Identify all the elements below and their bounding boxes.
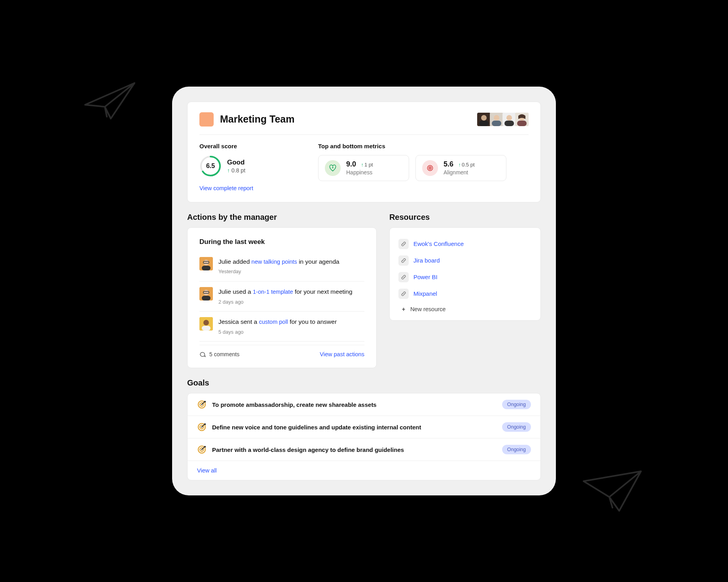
action-text-post: for your next meeting xyxy=(293,288,353,295)
metrics-label: Top and bottom metrics xyxy=(318,143,529,149)
svg-point-4 xyxy=(494,115,499,121)
target-icon xyxy=(422,160,438,176)
action-link[interactable]: custom poll xyxy=(259,319,288,325)
overall-score-label: Overall score xyxy=(199,143,302,149)
new-resource-button[interactable]: + New resource xyxy=(398,306,532,312)
action-text-pre: Julie used a xyxy=(218,288,253,295)
action-text-pre: Julie added xyxy=(218,258,252,265)
goal-target-icon xyxy=(197,400,207,409)
svg-rect-5 xyxy=(492,121,501,126)
link-icon xyxy=(398,289,409,299)
svg-rect-20 xyxy=(202,266,210,270)
avatar[interactable] xyxy=(502,113,516,126)
goal-row[interactable]: To promote ambassadorship, create new sh… xyxy=(188,393,540,416)
avatar[interactable] xyxy=(515,113,529,126)
goal-text: Define new voice and tone guidelines and… xyxy=(212,424,497,431)
score-delta-value: 0.8 pt xyxy=(231,167,245,174)
team-avatars[interactable] xyxy=(478,113,529,126)
score-ring: 6.5 xyxy=(199,155,222,177)
svg-point-7 xyxy=(506,115,512,121)
svg-rect-8 xyxy=(504,121,514,126)
svg-point-18 xyxy=(203,260,209,265)
svg-rect-2 xyxy=(479,121,489,126)
goals-title: Goals xyxy=(187,378,541,387)
link-icon xyxy=(398,255,409,266)
resource-link[interactable]: Power BI xyxy=(413,274,438,280)
paper-plane-icon xyxy=(582,467,645,515)
resource-item: Mixpanel xyxy=(398,285,532,302)
svg-point-1 xyxy=(481,115,487,121)
resource-link[interactable]: Mixpanel xyxy=(413,290,437,297)
status-badge: Ongoing xyxy=(502,400,531,409)
status-badge: Ongoing xyxy=(502,422,531,432)
link-icon xyxy=(398,272,409,282)
status-badge: Ongoing xyxy=(502,445,531,454)
action-text-pre: Jessica sent a xyxy=(218,318,259,325)
new-resource-label: New resource xyxy=(410,306,446,312)
score-value: 6.5 xyxy=(199,155,222,177)
actions-card: During the last week Julie added new tal… xyxy=(187,227,377,368)
resource-item: Ewok's Confluence xyxy=(398,236,532,252)
score-rating: Good xyxy=(227,159,245,166)
view-past-actions-link[interactable]: View past actions xyxy=(320,351,364,357)
metric-caption: Happiness xyxy=(346,169,373,176)
arrow-up-icon: ↑ xyxy=(227,167,230,174)
svg-rect-11 xyxy=(517,121,527,126)
action-time: 2 days ago xyxy=(218,298,353,306)
action-item: Julie used a 1-on-1 template for your ne… xyxy=(199,282,364,312)
resource-item: Jira board xyxy=(398,252,532,269)
arrow-up-icon: ↑ xyxy=(458,162,461,168)
comments-count[interactable]: 5 comments xyxy=(199,351,239,357)
team-color-swatch xyxy=(199,112,214,127)
metric-value: 9.0 xyxy=(346,160,356,168)
metric-card-happiness[interactable]: 9.0 ↑1 pt Happiness xyxy=(318,155,409,181)
comment-icon xyxy=(199,351,206,357)
svg-point-16 xyxy=(430,168,430,168)
view-all-goals-link[interactable]: View all xyxy=(188,461,540,480)
metric-card-alignment[interactable]: 5.6 ↑0.5 pt Alignment xyxy=(415,155,506,181)
avatar[interactable] xyxy=(199,257,213,270)
actions-range: During the last week xyxy=(199,238,364,246)
avatar[interactable] xyxy=(199,287,213,300)
action-item: Julie added new talking points in your a… xyxy=(199,251,364,282)
action-text-post: for you to answer xyxy=(288,318,337,325)
goal-text: To promote ambassadorship, create new sh… xyxy=(212,401,497,408)
goals-card: To promote ambassadorship, create new sh… xyxy=(187,393,541,480)
heart-plus-icon xyxy=(325,160,341,176)
action-time: Yesterday xyxy=(218,268,339,276)
actions-title: Actions by the manager xyxy=(187,213,377,222)
resources-card: Ewok's Confluence Jira board Power BI xyxy=(389,227,541,321)
overview-card: Marketing Team Overall score xyxy=(187,102,541,202)
avatar[interactable] xyxy=(477,113,491,126)
goal-row[interactable]: Define new voice and tone guidelines and… xyxy=(188,416,540,438)
resource-link[interactable]: Ewok's Confluence xyxy=(413,240,464,247)
resource-item: Power BI xyxy=(398,269,532,285)
goal-target-icon xyxy=(197,445,207,454)
view-report-link[interactable]: View complete report xyxy=(199,185,253,191)
avatar[interactable] xyxy=(199,317,213,331)
plus-icon: + xyxy=(400,306,407,312)
metric-value: 5.6 xyxy=(444,160,453,168)
resource-link[interactable]: Jira board xyxy=(413,257,440,264)
goal-text: Partner with a world-class design agency… xyxy=(212,446,497,453)
action-link[interactable]: 1-on-1 template xyxy=(253,289,293,295)
action-link[interactable]: new talking points xyxy=(252,259,297,265)
metric-caption: Alignment xyxy=(444,169,475,176)
action-item: Jessica sent a custom poll for you to an… xyxy=(199,312,364,342)
svg-rect-24 xyxy=(202,296,210,300)
goal-target-icon xyxy=(197,422,207,432)
paper-plane-icon xyxy=(83,79,138,123)
svg-point-22 xyxy=(203,290,209,295)
resources-title: Resources xyxy=(389,213,541,222)
action-text-post: in your agenda xyxy=(297,258,339,265)
score-delta: ↑ 0.8 pt xyxy=(227,167,245,174)
team-title: Marketing Team xyxy=(220,113,294,125)
metric-delta: 0.5 pt xyxy=(462,162,475,168)
avatar[interactable] xyxy=(490,113,503,126)
arrow-up-icon: ↑ xyxy=(361,162,364,168)
goal-row[interactable]: Partner with a world-class design agency… xyxy=(188,438,540,461)
tablet-frame: Marketing Team Overall score xyxy=(172,87,556,496)
metric-delta: 1 pt xyxy=(364,162,373,168)
svg-point-26 xyxy=(203,320,209,325)
action-time: 5 days ago xyxy=(218,328,337,336)
